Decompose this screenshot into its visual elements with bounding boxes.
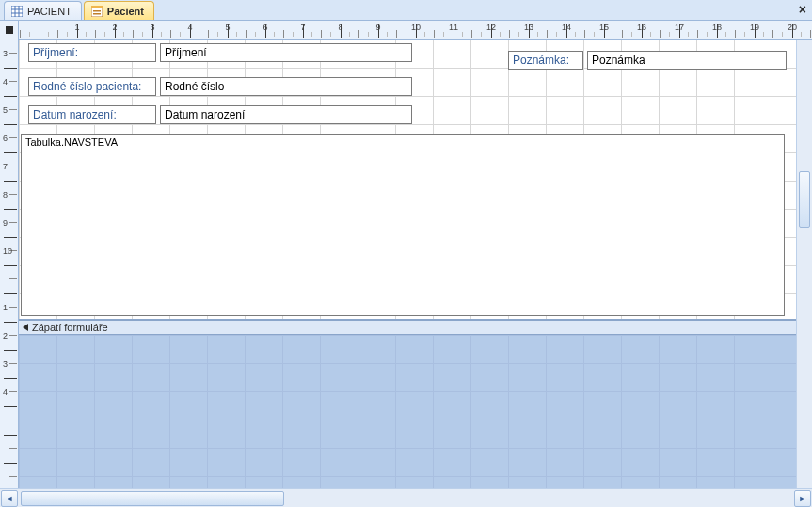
vertical-scrollbar[interactable] [796,40,812,488]
scrollbar-thumb[interactable] [799,171,810,228]
design-canvas[interactable]: Příjmení: Příjmení Rodné číslo pacienta:… [19,40,812,488]
field-bound-text: Rodné číslo [165,80,224,93]
svg-rect-7 [93,10,101,12]
close-icon[interactable]: × [799,2,806,17]
ruler-row: 123456789101112131415161718192021 [0,21,812,40]
field-bound-text: Příjmení [165,46,207,59]
table-icon [10,5,24,18]
detail-section[interactable]: Příjmení: Příjmení Rodné číslo pacienta:… [19,40,811,320]
field-prijmeni[interactable]: Příjmení [160,43,412,62]
svg-rect-0 [11,6,23,17]
field-poznamka[interactable]: Poznámka [587,51,787,70]
section-title: Zápatí formuláře [32,322,108,333]
field-bound-text: Poznámka [592,54,645,67]
collapse-arrow-icon [23,324,28,331]
label-text: Rodné číslo pacienta: [33,80,141,93]
svg-rect-6 [91,6,103,8]
horizontal-ruler[interactable]: 123456789101112131415161718192021 [19,21,812,39]
field-datum-narozeni[interactable]: Datum narození [160,105,412,124]
form-footer-section[interactable] [19,335,811,488]
field-bound-text: Datum narození [165,108,245,121]
label-poznamka[interactable]: Poznámka: [508,51,583,70]
tab-bar: PACIENT Pacient × [0,0,812,21]
label-text: Příjmení: [33,46,78,59]
tab-pacient-form[interactable]: Pacient [84,1,154,20]
vertical-ruler-column: 3456789101234 [0,40,19,488]
subform-navsteva[interactable]: Tabulka.NAVSTEVA [21,134,785,316]
section-bar-footer[interactable]: Zápatí formuláře [19,320,811,335]
subform-label: Tabulka.NAVSTEVA [25,136,118,148]
horizontal-scrollbar[interactable]: ◄ ► [0,488,812,507]
label-text: Datum narození: [33,108,117,121]
tab-label: Pacient [107,6,144,17]
select-all-corner[interactable] [0,21,19,40]
selector-square-icon [6,26,13,34]
label-text: Poznámka: [513,54,569,67]
form-icon [90,5,103,18]
label-prijmeni[interactable]: Příjmení: [28,43,156,62]
label-rodne-cislo[interactable]: Rodné číslo pacienta: [28,77,156,96]
scrollbar-thumb[interactable] [21,491,284,506]
tab-label: PACIENT [27,6,72,17]
tab-pacient-table[interactable]: PACIENT [4,1,82,20]
field-rodne-cislo[interactable]: Rodné číslo [160,77,412,96]
svg-rect-8 [93,13,101,15]
scrollbar-track[interactable] [21,491,791,506]
scroll-right-button[interactable]: ► [794,490,811,507]
work-area: 3456789101234 Příjmení: Příjmení Rodné č… [0,40,812,488]
vertical-ruler[interactable]: 3456789101234 [0,40,18,488]
label-datum-narozeni[interactable]: Datum narození: [28,105,156,124]
scroll-left-button[interactable]: ◄ [1,490,18,507]
